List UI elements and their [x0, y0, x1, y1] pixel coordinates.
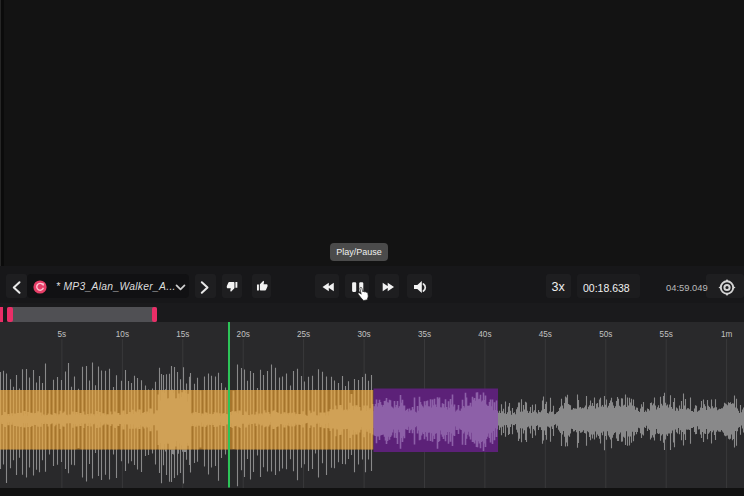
svg-text:55s: 55s: [660, 330, 673, 339]
svg-text:15s: 15s: [176, 330, 189, 339]
svg-text:20s: 20s: [237, 330, 250, 339]
svg-text:30s: 30s: [357, 330, 370, 339]
svg-text:25s: 25s: [297, 330, 310, 339]
svg-text:10s: 10s: [116, 330, 129, 339]
svg-text:45s: 45s: [539, 330, 552, 339]
svg-text:5s: 5s: [58, 330, 67, 339]
svg-text:40s: 40s: [478, 330, 491, 339]
svg-text:35s: 35s: [418, 330, 431, 339]
svg-text:50s: 50s: [599, 330, 612, 339]
svg-text:1m: 1m: [721, 330, 733, 339]
